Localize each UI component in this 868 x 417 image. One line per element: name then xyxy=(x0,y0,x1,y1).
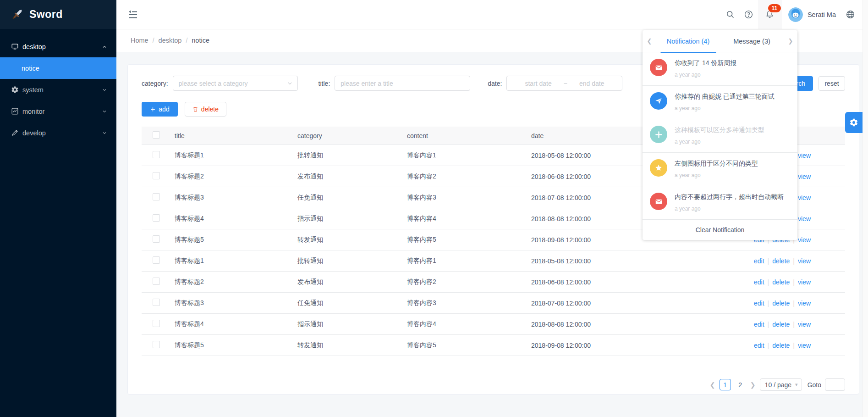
category-label: category: xyxy=(142,80,168,87)
avatar[interactable] xyxy=(788,7,803,22)
row-action-view[interactable]: view xyxy=(798,215,811,222)
cell-content: 博客内容3 xyxy=(401,299,526,307)
goto-page-input[interactable] xyxy=(825,378,845,391)
row-action-view[interactable]: view xyxy=(798,278,811,286)
row-action-delete[interactable]: delete xyxy=(772,342,790,349)
breadcrumb-separator: / xyxy=(186,37,187,44)
page-number-1[interactable]: 1 xyxy=(720,379,731,390)
delete-button[interactable]: delete xyxy=(185,102,226,117)
sidebar-item-system[interactable]: system xyxy=(0,79,116,100)
table-toolbar: add delete xyxy=(142,102,226,117)
sidebar: Sword desktop notice system monitor xyxy=(0,0,116,417)
user-name[interactable]: Serati Ma xyxy=(808,11,836,18)
row-action-view[interactable]: view xyxy=(798,257,811,265)
row-checkbox[interactable] xyxy=(153,341,160,348)
date-range-input[interactable]: start date ~ end date xyxy=(506,76,622,91)
cell-content: 博客内容1 xyxy=(401,151,526,160)
row-action-delete[interactable]: delete xyxy=(772,257,790,265)
prev-page-icon[interactable]: ❮ xyxy=(709,381,716,389)
next-page-icon[interactable]: ❯ xyxy=(750,381,756,389)
search-icon[interactable] xyxy=(721,0,740,29)
delete-button-label: delete xyxy=(201,106,219,113)
row-action-view[interactable]: view xyxy=(798,194,811,201)
add-button[interactable]: add xyxy=(142,102,178,117)
row-checkbox[interactable] xyxy=(153,172,160,179)
cell-category: 转发通知 xyxy=(292,236,401,244)
language-globe-icon[interactable] xyxy=(842,0,858,29)
category-select[interactable]: please select a category xyxy=(173,76,298,91)
gear-icon xyxy=(849,118,858,127)
cell-date: 2018-06-08 12:00:00 xyxy=(526,278,735,286)
tab-notification[interactable]: Notification (4) xyxy=(656,30,720,52)
row-checkbox[interactable] xyxy=(153,278,160,285)
trash-icon xyxy=(192,106,198,112)
cell-category: 指示通知 xyxy=(292,320,401,328)
row-action-delete[interactable]: delete xyxy=(772,321,790,328)
row-action-edit[interactable]: edit xyxy=(754,278,764,286)
row-action-edit[interactable]: edit xyxy=(754,300,764,307)
sidebar-item-label: develop xyxy=(22,129,102,137)
sidebar-item-label: system xyxy=(22,86,102,94)
chevron-down-icon xyxy=(102,130,107,136)
help-icon[interactable] xyxy=(740,0,758,29)
row-action-delete[interactable]: delete xyxy=(772,278,790,286)
row-action-view[interactable]: view xyxy=(798,300,811,307)
date-label: date: xyxy=(488,80,502,87)
breadcrumb-desktop[interactable]: desktop xyxy=(159,37,182,44)
scrollbar[interactable] xyxy=(863,0,868,417)
theme-settings-button[interactable] xyxy=(845,112,863,133)
sidebar-item-desktop[interactable]: desktop xyxy=(0,36,116,57)
row-action-edit[interactable]: edit xyxy=(754,342,764,349)
row-checkbox[interactable] xyxy=(153,235,160,243)
row-checkbox[interactable] xyxy=(153,193,160,200)
reset-button[interactable]: reset xyxy=(819,76,845,91)
title-input[interactable] xyxy=(335,76,470,91)
row-checkbox[interactable] xyxy=(153,214,160,222)
goto-label: Goto xyxy=(808,381,821,389)
sidebar-item-develop[interactable]: develop xyxy=(0,122,116,144)
gear-icon xyxy=(11,86,19,94)
row-action-delete[interactable]: delete xyxy=(772,300,790,307)
row-checkbox[interactable] xyxy=(153,256,160,264)
tab-message[interactable]: Message (3) xyxy=(720,30,784,52)
chevron-down-icon: ▾ xyxy=(795,382,798,388)
breadcrumb-separator: / xyxy=(153,37,154,44)
notification-item[interactable]: 你推荐的 曲妮妮 已通过第三轮面试 a year ago xyxy=(643,86,797,119)
row-action-view[interactable]: view xyxy=(798,173,811,180)
sidebar-item-monitor[interactable]: monitor xyxy=(0,100,116,122)
notification-item[interactable]: 左侧图标用于区分不同的类型 a year ago xyxy=(643,153,797,186)
action-separator: | xyxy=(793,321,795,328)
notification-item[interactable]: 你收到了 14 份新周报 a year ago xyxy=(643,52,797,86)
chevron-down-icon xyxy=(102,87,107,93)
notification-text: 内容不要超过两行字，超出时自动截断 xyxy=(675,193,784,201)
page-number-2[interactable]: 2 xyxy=(735,379,746,390)
sidebar-item-notice[interactable]: notice xyxy=(0,57,116,79)
row-action-view[interactable]: view xyxy=(798,342,811,349)
table-row: 博客标题4 指示通知 博客内容4 2018-08-08 12:00:00 edi… xyxy=(142,314,845,335)
mail-icon xyxy=(650,193,667,210)
notification-text: 你推荐的 曲妮妮 已通过第三轮面试 xyxy=(675,92,775,101)
sidebar-collapse-icon[interactable] xyxy=(127,9,138,20)
mail-icon xyxy=(650,59,667,76)
breadcrumb-home[interactable]: Home xyxy=(131,37,148,44)
cell-title: 博客标题1 xyxy=(169,151,292,160)
notification-item[interactable]: 内容不要超过两行字，超出时自动截断 a year ago xyxy=(643,186,797,220)
row-action-view[interactable]: view xyxy=(798,152,811,159)
row-checkbox[interactable] xyxy=(153,299,160,306)
select-all-checkbox[interactable] xyxy=(153,131,160,139)
row-checkbox[interactable] xyxy=(153,151,160,158)
row-action-view[interactable]: view xyxy=(798,236,811,244)
row-action-edit[interactable]: edit xyxy=(754,257,764,265)
row-action-edit[interactable]: edit xyxy=(754,321,764,328)
page-size-select[interactable]: 10 / page ▾ xyxy=(760,378,802,391)
tabs-scroll-right-icon[interactable]: ❯ xyxy=(784,38,797,44)
notification-item[interactable]: 这种模板可以区分多种通知类型 a year ago xyxy=(643,119,797,153)
tabs-scroll-left-icon[interactable]: ❮ xyxy=(643,38,656,44)
row-checkbox[interactable] xyxy=(153,320,160,327)
notification-bell-icon[interactable]: 11 xyxy=(758,0,782,29)
row-action-view[interactable]: view xyxy=(798,321,811,328)
notification-time: a year ago xyxy=(675,105,775,111)
sidebar-menu: desktop notice system monitor develop xyxy=(0,29,116,144)
cell-category: 批转通知 xyxy=(292,151,401,160)
clear-notification-button[interactable]: Clear Notification xyxy=(643,220,797,240)
